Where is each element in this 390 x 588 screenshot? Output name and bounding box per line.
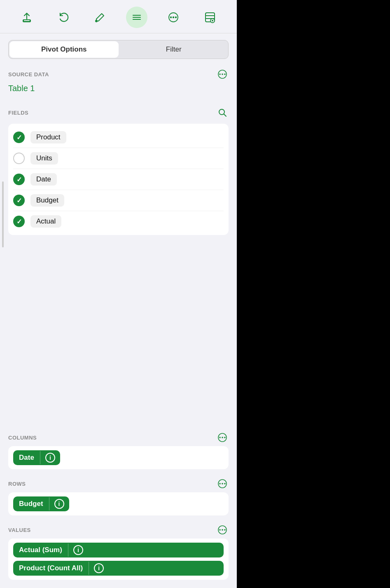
svg-point-24	[219, 483, 221, 485]
field-units-row[interactable]: Units	[13, 148, 224, 169]
more-options-button[interactable]	[163, 7, 184, 28]
toolbar	[0, 0, 237, 33]
columns-section: COLUMNS Date i	[0, 426, 237, 469]
svg-point-15	[222, 73, 223, 75]
source-data-label: SOURCE DATA	[8, 71, 49, 78]
scroll-track	[2, 49, 4, 421]
rows-more-button[interactable]	[216, 477, 229, 490]
svg-rect-0	[23, 20, 30, 22]
values-actual-sum-tag[interactable]: Actual (Sum) i	[13, 543, 224, 557]
share-button[interactable]	[16, 7, 37, 28]
columns-date-tag[interactable]: Date i	[13, 450, 60, 465]
svg-point-25	[222, 483, 223, 485]
svg-point-1	[95, 20, 98, 22]
segmented-control: Pivot Options Filter	[8, 40, 229, 59]
info-icon: i	[54, 499, 64, 509]
field-units-checkbox[interactable]	[13, 153, 25, 164]
svg-point-14	[219, 73, 221, 75]
values-actual-sum-label: Actual (Sum)	[13, 543, 68, 557]
field-date-checkbox[interactable]	[13, 174, 25, 185]
svg-point-22	[224, 437, 226, 438]
values-product-count-info-button[interactable]: i	[89, 561, 109, 576]
rows-label: ROWS	[8, 481, 26, 487]
rows-container: Budget i	[8, 492, 229, 515]
values-actual-sum-info-button[interactable]: i	[68, 543, 88, 557]
source-table-link[interactable]: Table 1	[8, 83, 229, 99]
annotate-button[interactable]	[89, 7, 111, 28]
fields-list: Product Units Date Budget Actual	[8, 124, 229, 235]
fields-label: FIELDS	[8, 110, 28, 116]
columns-container: Date i	[8, 446, 229, 469]
filter-tab[interactable]: Filter	[119, 40, 229, 59]
field-date-row[interactable]: Date	[13, 169, 224, 190]
columns-date-label: Date	[13, 450, 40, 465]
pivot-panel: Pivot Options Filter SOURCE DATA Table 1…	[0, 0, 237, 588]
svg-point-6	[173, 16, 174, 18]
fields-section: FIELDS	[0, 101, 237, 121]
values-section: VALUES Actual (Sum) i Product (Count All	[0, 519, 237, 580]
fields-search-button[interactable]	[216, 106, 229, 119]
svg-point-29	[222, 529, 223, 531]
rows-section: ROWS Budget i	[0, 473, 237, 515]
field-budget-row[interactable]: Budget	[13, 190, 224, 211]
table-settings-button[interactable]	[199, 7, 221, 28]
field-actual-tag: Actual	[30, 215, 61, 228]
field-product-checkbox[interactable]	[13, 132, 25, 143]
scroll-thumb[interactable]	[2, 181, 4, 247]
undo-button[interactable]	[53, 7, 74, 28]
values-container: Actual (Sum) i Product (Count All) i	[8, 539, 229, 580]
info-icon: i	[94, 563, 104, 573]
svg-point-16	[224, 73, 226, 75]
source-data-more-button[interactable]	[216, 68, 229, 80]
right-area	[237, 0, 390, 588]
values-label: VALUES	[8, 527, 31, 533]
info-icon: i	[73, 545, 83, 555]
values-product-count-tag[interactable]: Product (Count All) i	[13, 561, 224, 576]
pivot-options-tab[interactable]: Pivot Options	[9, 41, 119, 58]
field-product-row[interactable]: Product	[13, 127, 224, 148]
svg-point-28	[219, 529, 221, 531]
svg-line-19	[224, 114, 227, 117]
svg-point-21	[222, 437, 223, 438]
rows-budget-info-button[interactable]: i	[49, 496, 69, 511]
field-units-tag: Units	[30, 152, 58, 165]
field-budget-tag: Budget	[30, 194, 64, 207]
svg-point-26	[224, 483, 226, 485]
svg-point-13	[212, 20, 213, 21]
field-budget-checkbox[interactable]	[13, 195, 25, 206]
rows-budget-tag[interactable]: Budget i	[13, 496, 69, 511]
svg-point-30	[224, 529, 226, 531]
field-date-tag: Date	[30, 173, 57, 186]
field-actual-checkbox[interactable]	[13, 216, 25, 227]
svg-point-5	[170, 16, 172, 18]
columns-date-info-button[interactable]: i	[40, 450, 60, 465]
values-product-count-label: Product (Count All)	[13, 561, 89, 576]
values-more-button[interactable]	[216, 524, 229, 536]
field-actual-row[interactable]: Actual	[13, 211, 224, 232]
columns-more-button[interactable]	[216, 431, 229, 444]
svg-point-20	[219, 437, 221, 438]
info-icon: i	[45, 453, 55, 463]
source-data-section: SOURCE DATA Table 1	[0, 63, 237, 99]
field-product-tag: Product	[30, 131, 66, 143]
format-button[interactable]	[126, 7, 147, 28]
svg-point-7	[175, 16, 177, 18]
rows-budget-label: Budget	[13, 496, 49, 511]
columns-label: COLUMNS	[8, 435, 37, 441]
